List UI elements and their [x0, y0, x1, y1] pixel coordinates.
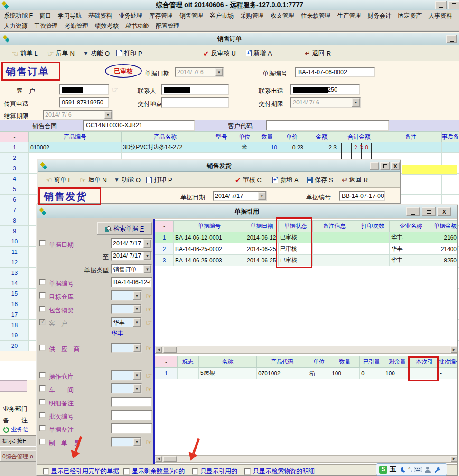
unapprove-button[interactable]: ✔ 反审核U — [203, 49, 236, 57]
contract-input[interactable]: GC14NT0030-XJR21 — [83, 120, 195, 131]
menu-item[interactable]: 客户市场 — [206, 11, 237, 21]
chevron-down-icon[interactable]: ▼ — [133, 384, 141, 393]
cell-rownum[interactable]: 19 — [0, 330, 29, 341]
chevron-down-icon[interactable]: ▼ — [133, 438, 141, 446]
next-doc-button[interactable]: ☞ 后单N — [80, 176, 107, 184]
detail-note-input[interactable] — [111, 397, 152, 407]
batch-no-input[interactable] — [111, 410, 152, 420]
material-combo[interactable]: ▼ — [111, 304, 142, 314]
scroll-thumb[interactable] — [163, 346, 177, 353]
checkbox[interactable] — [39, 372, 46, 378]
menu-item[interactable]: 库存管理 — [146, 11, 176, 21]
doc-no-input[interactable]: BB-14-07-17-0002 — [339, 191, 385, 201]
target-warehouse-combo[interactable]: ▼ — [111, 290, 142, 301]
sales-order-minimize-button[interactable] — [446, 35, 457, 43]
functions-button[interactable]: ▼ 功能O — [114, 176, 141, 184]
cell-referenced-qty[interactable]: 0 — [360, 368, 384, 379]
hand-pointer-icon[interactable]: ☞ — [112, 86, 118, 93]
cell-amount[interactable]: 2.3 — [305, 142, 338, 153]
checkbox-checked-disabled[interactable] — [39, 319, 46, 325]
settle-deadline-combo[interactable]: 2014/ 7/ 6 ▼ — [43, 110, 113, 120]
chevron-down-icon[interactable]: ▼ — [143, 265, 151, 273]
cell-qty[interactable]: 10 — [255, 142, 279, 153]
menu-item[interactable]: 工资管理 — [31, 21, 61, 31]
menu-item[interactable]: 固定资产 — [395, 11, 425, 21]
cell-rownum[interactable]: 12 — [0, 257, 29, 268]
cell-print-count[interactable] — [356, 255, 390, 266]
checkbox[interactable] — [39, 292, 46, 299]
cell-product-name[interactable]: 3D纹PVC封边条14-272 — [122, 142, 209, 153]
print-button[interactable]: 打印P — [116, 49, 142, 57]
checkbox[interactable] — [43, 468, 49, 475]
cell-note-info[interactable] — [313, 232, 356, 243]
checkbox[interactable] — [39, 439, 46, 445]
cell-rownum[interactable]: 5 — [0, 184, 29, 195]
doc-date-from-combo[interactable]: 2014/ 7/17▼ — [111, 238, 152, 249]
menu-item[interactable]: 考勤管理 — [61, 21, 92, 31]
menu-item[interactable]: 人事资料 — [425, 11, 456, 21]
cell-doc-no[interactable]: BA-14-06-25-0003 — [174, 255, 245, 266]
chevron-down-icon[interactable]: ▼ — [352, 98, 360, 107]
ime-wubi-mode[interactable]: 五 — [390, 465, 396, 474]
cell-after-note[interactable] — [442, 142, 459, 153]
cell-rownum[interactable]: 6 — [0, 195, 29, 205]
scroll-thumb[interactable] — [163, 456, 177, 462]
menu-item[interactable]: 窗口 — [36, 11, 55, 21]
cell-rownum[interactable]: 1 — [155, 368, 178, 379]
menu-item[interactable]: 采购管理 — [237, 11, 267, 21]
cell-unit[interactable]: 箱 — [308, 368, 330, 379]
cell-doc-date[interactable]: 2014-06-25 — [245, 255, 279, 266]
chevron-down-icon[interactable]: ▼ — [258, 192, 266, 200]
functions-button[interactable]: ▼ 功能O — [83, 49, 110, 57]
cell-rownum[interactable]: 17 — [0, 309, 29, 320]
cell-remaining-qty[interactable]: 100 — [384, 368, 411, 379]
doc-no-filter-input[interactable]: BA-14-06-12-0001 — [111, 277, 152, 288]
moon-icon[interactable] — [399, 466, 406, 473]
reference-minimize-button[interactable] — [406, 207, 420, 216]
cell-after-note[interactable] — [442, 184, 459, 195]
menu-item[interactable]: 销售管理 — [176, 11, 206, 21]
checkbox[interactable] — [192, 468, 198, 475]
option-show-referenced-only[interactable]: 只显示引用的 — [192, 467, 237, 476]
checkbox[interactable] — [39, 385, 46, 392]
checkbox[interactable] — [244, 468, 251, 475]
delivery-deadline-combo[interactable]: 2014/ 7/ 6 ▼ — [290, 97, 361, 108]
cell-doc-date[interactable]: 2014-06-25 — [245, 243, 279, 255]
menu-item[interactable]: 学习导航 — [55, 11, 85, 21]
option-show-searched-materials[interactable]: 只显示检索物资的明细 — [244, 467, 315, 476]
approve-button[interactable]: ✔ 审核C — [235, 176, 262, 184]
cell-flag[interactable] — [178, 368, 199, 379]
delivery-close-button[interactable]: X — [391, 162, 400, 170]
contact-input[interactable] — [161, 84, 229, 95]
return-button[interactable]: ↵ 返回R — [342, 176, 368, 184]
cell-name[interactable]: 5层架 — [199, 368, 257, 379]
menu-item[interactable]: 绩效考核 — [92, 21, 122, 31]
highlighted-row-fragment[interactable] — [402, 165, 457, 175]
new-doc-button[interactable]: 新增A — [272, 176, 299, 184]
main-minimize-button[interactable] — [435, 1, 447, 9]
doc-date-combo[interactable]: 2014/ 7/17 ▼ — [213, 191, 267, 201]
chevron-down-icon[interactable]: ▼ — [143, 239, 151, 248]
cell-after-note[interactable] — [442, 195, 459, 205]
ime-punct-mode[interactable]: °, — [408, 467, 412, 472]
doc-type-combo[interactable]: 销售订单▼ — [111, 264, 152, 274]
option-show-fully-referenced[interactable]: 显示已经引用完毕的单据 — [43, 467, 119, 476]
customer-input[interactable] — [59, 84, 109, 95]
cell-doc-amount[interactable]: 8250 — [432, 255, 459, 266]
cell-doc-no[interactable]: BA-14-06-12-0001 — [174, 232, 245, 243]
cell-rownum[interactable]: 4 — [0, 174, 29, 184]
cell-rownum[interactable]: 15 — [0, 289, 29, 299]
cell-rownum[interactable]: 3 — [0, 163, 29, 174]
delivery-minimize-button[interactable] — [370, 162, 379, 170]
hand-pointer-icon[interactable]: ☞ — [146, 372, 152, 379]
checkbox[interactable] — [39, 412, 46, 418]
menu-item[interactable]: 配置管理 — [152, 21, 183, 31]
chevron-down-icon[interactable]: ▼ — [133, 291, 141, 300]
delivery-maximize-button[interactable] — [380, 162, 390, 170]
checkbox[interactable] — [39, 279, 46, 285]
cell-after-note[interactable] — [442, 174, 459, 184]
ime-logo-icon[interactable]: S — [379, 466, 387, 474]
menu-item[interactable]: 收支管理 — [267, 11, 298, 21]
hand-pointer-icon[interactable]: ☞ — [146, 319, 152, 326]
cell-product-code[interactable]: 0701002 — [257, 368, 308, 379]
